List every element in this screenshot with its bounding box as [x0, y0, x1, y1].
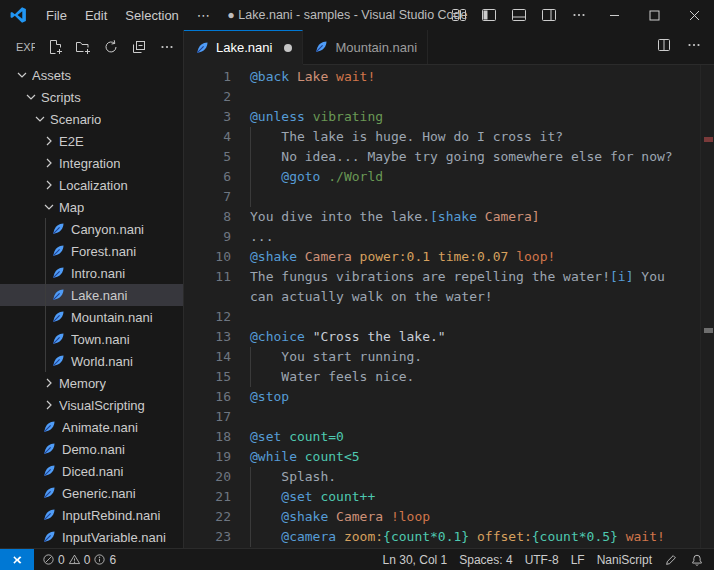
code-editor[interactable]: 1@back Lake wait!23@unless vibrating4 Th…	[184, 65, 714, 548]
line-content	[231, 307, 700, 327]
tab-mountain-nani[interactable]: Mountain.nani	[303, 30, 428, 64]
tree-item-inputvariable-nani[interactable]: InputVariable.nani	[0, 526, 183, 548]
tree-item-assets[interactable]: Assets	[0, 64, 183, 86]
tree-item-lake-nani[interactable]: Lake.nani	[0, 284, 183, 306]
edit-pencil-icon[interactable]	[658, 549, 684, 570]
language-mode-status[interactable]: NaniScript	[591, 549, 658, 570]
code-lines: 1@back Lake wait!23@unless vibrating4 Th…	[184, 65, 700, 548]
tree-item-integration[interactable]: Integration	[0, 152, 183, 174]
tree-item-canyon-nani[interactable]: Canyon.nani	[0, 218, 183, 240]
maximize-button[interactable]	[634, 0, 674, 30]
code-line[interactable]: 1@back Lake wait!	[184, 67, 700, 87]
tree-item-label: World.nani	[71, 354, 133, 369]
split-editor-icon[interactable]	[656, 37, 672, 57]
close-button[interactable]	[674, 0, 714, 30]
overview-ruler-mark	[704, 137, 713, 142]
menu-selection[interactable]: Selection	[116, 0, 187, 30]
code-line[interactable]: 16@stop	[184, 387, 700, 407]
tree-item-forest-nani[interactable]: Forest.nani	[0, 240, 183, 262]
indentation-status[interactable]: Spaces: 4	[453, 549, 518, 570]
tab-label: Mountain.nani	[335, 40, 417, 55]
line-number	[184, 287, 231, 307]
code-line[interactable]: 6 @goto ./World	[184, 167, 700, 187]
code-line[interactable]: 5 No idea... Maybe try going somewhere e…	[184, 147, 700, 167]
code-line[interactable]: 15 Water feels nice.	[184, 367, 700, 387]
toggle-secondary-sidebar-icon[interactable]	[534, 0, 564, 30]
tree-item-visualscripting[interactable]: VisualScripting	[0, 394, 183, 416]
tree-item-demo-nani[interactable]: Demo.nani	[0, 438, 183, 460]
problems-status[interactable]: 0 0 6	[34, 549, 124, 570]
code-line[interactable]: 10@shake Camera power:0.1 time:0.07 loop…	[184, 247, 700, 267]
code-line[interactable]: 17	[184, 407, 700, 427]
menu-edit[interactable]: Edit	[76, 0, 116, 30]
tree-item-e2e[interactable]: E2E	[0, 130, 183, 152]
code-line[interactable]: 4 The lake is huge. How do I cross it?	[184, 127, 700, 147]
tree-item-scripts[interactable]: Scripts	[0, 86, 183, 108]
tree-item-town-nani[interactable]: Town.nani	[0, 328, 183, 350]
line-content: @camera zoom:{count*0.1} offset:{count*0…	[231, 527, 700, 547]
menu-more[interactable]: ⋯	[188, 0, 219, 30]
tree-item-map[interactable]: Map	[0, 196, 183, 218]
code-token: The lake is huge. How do I cross it?	[250, 129, 563, 144]
editor-scrollbar[interactable]	[700, 65, 714, 548]
code-line[interactable]: 13@choice "Cross the lake."	[184, 327, 700, 347]
tree-item-mountain-nani[interactable]: Mountain.nani	[0, 306, 183, 328]
code-line[interactable]: 7	[184, 187, 700, 207]
code-token: {count*0.1}	[383, 529, 469, 544]
tree-item-inputrebind-nani[interactable]: InputRebind.nani	[0, 504, 183, 526]
titlebar-more-actions-icon[interactable]	[564, 0, 594, 30]
line-content: @shake Camera power:0.1 time:0.07 loop!	[231, 247, 700, 267]
tree-item-intro-nani[interactable]: Intro.nani	[0, 262, 183, 284]
cursor-position-status[interactable]: Ln 30, Col 1	[377, 549, 454, 570]
tab-lake-nani[interactable]: Lake.nani	[184, 30, 303, 64]
code-line[interactable]: 11The fungus vibrations are repelling th…	[184, 267, 700, 287]
code-line[interactable]: 12	[184, 307, 700, 327]
encoding-status[interactable]: UTF-8	[519, 549, 565, 570]
tree-item-diced-nani[interactable]: Diced.nani	[0, 460, 183, 482]
notifications-bell-icon[interactable]	[684, 549, 710, 570]
code-line[interactable]: 23 @camera zoom:{count*0.1} offset:{coun…	[184, 527, 700, 547]
remote-indicator[interactable]	[0, 549, 34, 570]
refresh-explorer-icon[interactable]	[103, 39, 119, 55]
new-file-icon[interactable]	[47, 39, 63, 55]
nani-file-icon	[50, 353, 66, 369]
new-folder-icon[interactable]	[75, 39, 91, 55]
code-line[interactable]: 14 You start running.	[184, 347, 700, 367]
tab-modified-indicator[interactable]	[284, 44, 292, 52]
explorer-more-actions-icon[interactable]	[159, 39, 175, 55]
toggle-primary-sidebar-icon[interactable]	[474, 0, 504, 30]
tree-item-generic-nani[interactable]: Generic.nani	[0, 482, 183, 504]
tree-item-world-nani[interactable]: World.nani	[0, 350, 183, 372]
menu-file[interactable]: File	[37, 0, 76, 30]
line-content: The fungus vibrations are repelling the …	[231, 267, 700, 287]
tree-item-scenario[interactable]: Scenario	[0, 108, 183, 130]
line-content: @set count=0	[231, 427, 700, 447]
code-token	[469, 529, 477, 544]
eol-status[interactable]: LF	[565, 549, 591, 570]
code-line[interactable]: 21 @set count++	[184, 487, 700, 507]
line-number: 16	[184, 387, 231, 407]
code-token: ...	[250, 229, 273, 244]
editor-more-actions-icon[interactable]	[686, 37, 702, 57]
code-line[interactable]: can actually walk on the water!	[184, 287, 700, 307]
code-line[interactable]: 9...	[184, 227, 700, 247]
code-line[interactable]: 19@while count<5	[184, 447, 700, 467]
code-line[interactable]: 3@unless vibrating	[184, 107, 700, 127]
code-line[interactable]: 2	[184, 87, 700, 107]
tree-item-localization[interactable]: Localization	[0, 174, 183, 196]
line-content: @choice "Cross the lake."	[231, 327, 700, 347]
toggle-panel-icon[interactable]	[504, 0, 534, 30]
code-token: [i]	[610, 269, 633, 284]
code-line[interactable]: 20 Splash.	[184, 467, 700, 487]
code-line[interactable]: 8You dive into the lake.[shake Camera]	[184, 207, 700, 227]
collapse-folders-icon[interactable]	[131, 39, 147, 55]
minimize-button[interactable]	[594, 0, 634, 30]
code-token: can actually walk on the water!	[250, 289, 493, 304]
tree-item-label: VisualScripting	[59, 398, 145, 413]
code-line[interactable]: 22 @shake Camera !loop	[184, 507, 700, 527]
code-line[interactable]: 18@set count=0	[184, 427, 700, 447]
tree-item-animate-nani[interactable]: Animate.nani	[0, 416, 183, 438]
nani-file-icon	[41, 529, 57, 545]
code-token: "Cross the lake."	[313, 329, 446, 344]
tree-item-memory[interactable]: Memory	[0, 372, 183, 394]
